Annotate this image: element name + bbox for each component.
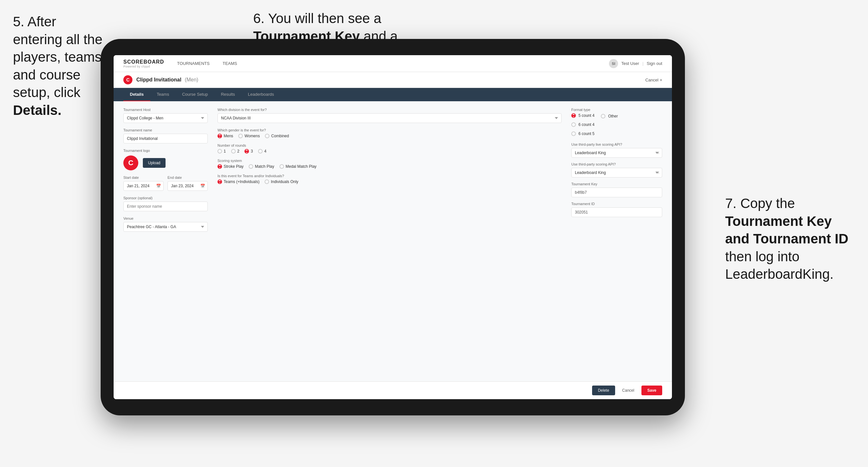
venue-label: Venue (123, 216, 208, 220)
end-date-group: End date 📅 (167, 176, 208, 191)
third-party1-select[interactable]: Leaderboard King (571, 148, 662, 158)
format-left: 5 count 4 6 count 4 6 count 5 (571, 113, 594, 138)
scoring-match[interactable]: Match Play (249, 164, 274, 169)
gender-combined-radio[interactable] (265, 134, 270, 138)
scoring-match-radio[interactable] (249, 164, 253, 169)
tabs-bar: Details Teams Course Setup Results Leade… (114, 88, 672, 101)
tab-teams[interactable]: Teams (150, 88, 176, 101)
gender-group: Which gender is the event for? Mens Wome… (217, 128, 562, 138)
format-other-radio[interactable] (601, 114, 606, 119)
tournament-id-value: 302051 (571, 207, 662, 217)
scoring-stroke-radio[interactable] (217, 164, 222, 169)
format-5count4[interactable]: 5 count 4 (571, 113, 594, 118)
tablet-screen: SCOREBOARD Powered by clippd TOURNAMENTS… (114, 55, 672, 399)
venue-select[interactable]: Peachtree GC - Atlanta - GA (123, 222, 208, 232)
gender-mens[interactable]: Mens (217, 134, 233, 138)
scoring-match-label: Match Play (255, 164, 274, 169)
teams-teams-label: Teams (+Individuals) (224, 180, 259, 184)
start-date-group: Start date 📅 (123, 176, 164, 191)
teams-teams-radio[interactable] (217, 180, 222, 184)
delete-button[interactable]: Delete (592, 385, 615, 395)
gender-womens[interactable]: Womens (238, 134, 260, 138)
format-label: Format type (571, 108, 662, 112)
format-6count4[interactable]: 6 count 4 (571, 122, 594, 127)
logo-area: C Upload (123, 155, 208, 170)
nav-tournaments[interactable]: TOURNAMENTS (177, 61, 210, 66)
rounds-3-radio[interactable] (244, 149, 249, 154)
tournament-title-area: C Clippd Invitational (Men) (123, 75, 198, 84)
scoring-stroke[interactable]: Stroke Play (217, 164, 244, 169)
format-6count4-radio[interactable] (571, 122, 576, 127)
teams-individuals[interactable]: Individuals Only (265, 180, 298, 184)
teams-group: Is this event for Teams and/or Individua… (217, 174, 562, 184)
calendar-icon-end: 📅 (200, 184, 205, 188)
format-6count5-radio[interactable] (571, 131, 576, 136)
action-bar: Delete Cancel Save (114, 381, 672, 399)
rounds-label: Number of rounds (217, 144, 562, 147)
tournament-logo-label: Tournament logo (123, 149, 208, 153)
rounds-2-radio[interactable] (231, 149, 236, 154)
tab-leaderboards[interactable]: Leaderboards (242, 88, 280, 101)
third-party1-clear[interactable]: ✕ (656, 151, 660, 155)
teams-radio-group: Teams (+Individuals) Individuals Only (217, 180, 562, 184)
sponsor-group: Sponsor (optional) (123, 196, 208, 211)
save-button[interactable]: Save (642, 385, 662, 395)
format-6count5-label: 6 count 5 (579, 131, 594, 136)
brand-name: SCOREBOARD (123, 59, 164, 65)
tournament-host-label: Tournament Host (123, 108, 208, 112)
tournament-host-select[interactable]: Clippd College - Men (123, 113, 208, 123)
tab-results[interactable]: Results (214, 88, 241, 101)
rounds-2[interactable]: 2 (231, 149, 240, 154)
cancel-header-button[interactable]: Cancel × (645, 77, 662, 83)
tab-course-setup[interactable]: Course Setup (176, 88, 215, 101)
tournament-name-input[interactable] (123, 134, 208, 144)
tablet-frame: SCOREBOARD Powered by clippd TOURNAMENTS… (101, 39, 685, 415)
teams-teams[interactable]: Teams (+Individuals) (217, 180, 259, 184)
gender-mens-label: Mens (224, 134, 233, 138)
format-row: 5 count 4 6 count 4 6 count 5 (571, 113, 662, 138)
teams-individuals-radio[interactable] (265, 180, 269, 184)
rounds-3-label: 3 (251, 149, 253, 154)
format-6count5[interactable]: 6 count 5 (571, 131, 594, 136)
start-date-label: Start date (123, 176, 164, 180)
user-name: Test User (621, 61, 639, 66)
scoring-medal-radio[interactable] (279, 164, 284, 169)
annotation-left: 5. After entering all the players, teams… (13, 13, 104, 119)
gender-combined-label: Combined (271, 134, 289, 138)
third-party2-select[interactable]: Leaderboard King (571, 168, 662, 178)
rounds-3[interactable]: 3 (244, 149, 253, 154)
logo-preview: C (123, 155, 138, 170)
scoring-stroke-label: Stroke Play (224, 164, 244, 169)
division-label: Which division is the event for? (217, 108, 562, 112)
tab-details[interactable]: Details (123, 88, 150, 101)
rounds-1-radio[interactable] (217, 149, 222, 154)
format-other[interactable]: Other (601, 114, 618, 119)
rounds-4-radio[interactable] (258, 149, 262, 154)
upload-button[interactable]: Upload (143, 158, 165, 168)
gender-mens-radio[interactable] (217, 134, 222, 138)
scoring-label: Scoring system (217, 159, 562, 163)
nav-teams[interactable]: TEAMS (223, 61, 237, 66)
col-center: Which division is the event for? NCAA Di… (217, 108, 562, 375)
format-group: Format type 5 count 4 6 count 4 (571, 108, 662, 138)
sponsor-input[interactable] (123, 201, 208, 211)
third-party2-clear[interactable]: ✕ (656, 170, 660, 175)
division-select[interactable]: NCAA Division III (217, 113, 562, 123)
start-date-wrap: 📅 (123, 181, 164, 191)
format-other-area: Other (601, 113, 618, 138)
tournament-key-value: b4f8b7 (571, 188, 662, 197)
nav-right: SI Test User | Sign out (609, 59, 662, 68)
rounds-4[interactable]: 4 (258, 149, 267, 154)
cancel-button[interactable]: Cancel (618, 385, 638, 395)
sign-out-link[interactable]: Sign out (647, 61, 662, 66)
scoring-medal-label: Medal Match Play (286, 164, 316, 169)
gender-combined[interactable]: Combined (265, 134, 289, 138)
format-5count4-radio[interactable] (571, 113, 576, 118)
scoring-medal[interactable]: Medal Match Play (279, 164, 316, 169)
gender-womens-radio[interactable] (238, 134, 243, 138)
tournament-id-label: Tournament ID (571, 202, 662, 206)
tournament-key-label: Tournament Key (571, 182, 662, 186)
venue-group: Venue Peachtree GC - Atlanta - GA (123, 216, 208, 232)
tournament-id-group: Tournament ID 302051 (571, 202, 662, 217)
rounds-1[interactable]: 1 (217, 149, 226, 154)
